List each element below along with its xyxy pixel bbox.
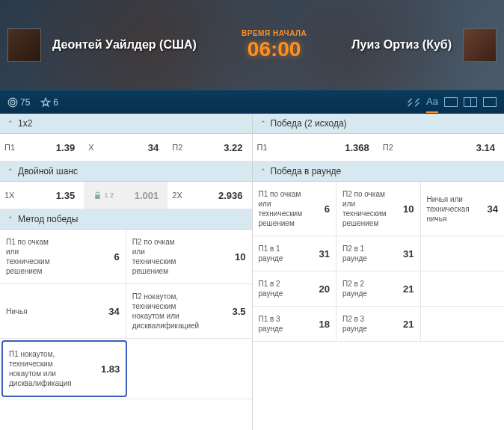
chevron-up-icon: ⌃: [260, 168, 266, 175]
outcome-cell[interactable]: П2 по очкам или техническим решением10: [336, 182, 421, 236]
outcome-label[interactable]: 1X: [0, 182, 40, 209]
outcome-label: П1 по очкам или техническим решением: [253, 182, 309, 236]
outcome-label: [129, 339, 190, 399]
section-title: Метод победы: [18, 214, 78, 224]
outcome-odd[interactable]: 2.936: [207, 182, 251, 209]
market-row: П1 по очкам или техническим решением6 П2…: [0, 230, 252, 284]
lock-icon: [93, 191, 102, 200]
outcome-label: П1 нокаутом, техническим нокаутом или ди…: [3, 342, 78, 396]
outcome-label: П1 в 1 раунде: [253, 236, 295, 271]
outcome-label: [421, 307, 463, 341]
outcome-odd[interactable]: 1.39: [40, 134, 84, 161]
outcome-label[interactable]: 2X: [168, 182, 207, 209]
target-icon: [7, 97, 18, 108]
outcome-label[interactable]: П1: [0, 134, 40, 161]
outcome-label: П2 в 3 раунде: [336, 307, 378, 341]
favorites-counter[interactable]: 6: [40, 97, 58, 108]
outcome-cell[interactable]: П1 в 2 раунде20: [253, 271, 337, 306]
outcome-label: П2 по очкам или техническим решением: [336, 182, 393, 236]
odds-row: 1X 1.35 1 2 1.001 2X 2.936: [0, 182, 252, 209]
chevron-up-icon: ⌃: [7, 168, 13, 175]
outcome-cell[interactable]: П2 по очкам или техническим решением10: [126, 230, 252, 283]
outcome-odd: 21: [378, 271, 420, 306]
outcome-odd: 10: [393, 182, 420, 236]
outcome-label: [421, 271, 463, 306]
layout-split[interactable]: [464, 97, 477, 107]
outcome-label: П1 по очкам или техническим решением: [0, 230, 63, 283]
lock-sup: 1 2: [104, 192, 114, 199]
locked-outcome: 1 2: [84, 182, 123, 209]
outcome-odd: 20: [294, 271, 336, 306]
outcome-cell-empty: [129, 339, 251, 399]
outcome-odd[interactable]: 1.368: [313, 134, 378, 161]
section-title: Победа (2 исхода): [271, 118, 347, 129]
layout-single[interactable]: [444, 97, 458, 107]
section-header-win2[interactable]: ⌃Победа (2 исхода): [253, 114, 505, 134]
outcome-label: Ничья: [0, 284, 63, 338]
outcome-cell[interactable]: Ничья34: [0, 284, 126, 338]
font-size-toggle[interactable]: Aa: [426, 91, 438, 113]
outcome-cell[interactable]: П1 по очкам или техническим решением6: [253, 182, 337, 236]
section-header-method[interactable]: ⌃Метод победы: [0, 209, 252, 230]
market-row: Ничья34 П2 нокаутом, техническим нокауто…: [0, 284, 252, 339]
outcome-label: П2 в 1 раунде: [336, 236, 378, 271]
outcome-label[interactable]: X: [84, 134, 123, 161]
outcome-odd: [190, 339, 251, 399]
section-title: Двойной шанс: [18, 166, 78, 176]
outcome-label: [421, 236, 463, 271]
outcome-cell[interactable]: П2 в 3 раунде21: [336, 307, 421, 341]
left-column: ⌃1x2 П1 1.39 X 34 П2 3.22 ⌃Двойной шанс …: [0, 114, 253, 430]
outcome-odd[interactable]: 34: [123, 134, 168, 161]
market-row: П1 нокаутом, техническим нокаутом или ди…: [0, 339, 252, 399]
outcome-odd: [462, 271, 504, 306]
outcome-cell-empty: [421, 236, 505, 271]
outcome-label[interactable]: П2: [378, 134, 439, 161]
chevron-up-icon: ⌃: [260, 120, 266, 127]
fighter-right: Луиз Ортиз (Куб): [351, 28, 497, 62]
outcome-cell-empty: [421, 271, 505, 306]
star-count: 6: [53, 97, 58, 108]
outcome-odd[interactable]: 1.35: [40, 182, 84, 209]
section-header-dc[interactable]: ⌃Двойной шанс: [0, 162, 252, 182]
outcome-odd: [462, 236, 504, 271]
layout-alt[interactable]: [483, 97, 497, 107]
chevron-up-icon: ⌃: [7, 120, 13, 127]
outcome-label[interactable]: П1: [253, 134, 313, 161]
outcome-odd[interactable]: 3.14: [439, 134, 504, 161]
outcome-label: П1 в 2 раунде: [253, 271, 295, 306]
outcome-cell[interactable]: Ничья или техническая ничья34: [421, 182, 505, 236]
outcome-label[interactable]: П2: [168, 134, 207, 161]
fighter-left: Деонтей Уайлдер (США): [7, 28, 197, 62]
fighter2-name: Луиз Ортиз (Куб): [351, 37, 452, 53]
outcome-odd: 6: [308, 182, 336, 236]
market-row: П1 по очкам или техническим решением6 П2…: [253, 182, 505, 236]
target-counter[interactable]: 75: [7, 97, 30, 108]
time-label: ВРЕМЯ НАЧАЛА: [242, 29, 307, 37]
target-count: 75: [20, 97, 30, 108]
fighter1-name: Деонтей Уайлдер (США): [52, 37, 197, 53]
outcome-cell[interactable]: П2 нокаутом, техническим нокаутом или ди…: [126, 284, 252, 338]
outcome-odd: 10: [189, 230, 252, 283]
outcome-cell[interactable]: П2 в 1 раунде31: [336, 236, 421, 271]
outcome-cell[interactable]: П2 в 2 раунде21: [336, 271, 421, 306]
odds-row: П1 1.368 П2 3.14: [253, 134, 505, 162]
outcome-cell-empty: [421, 307, 505, 341]
event-hero: Деонтей Уайлдер (США) ВРЕМЯ НАЧАЛА 06:00…: [0, 0, 504, 90]
expand-icon[interactable]: [407, 97, 420, 108]
start-timer: ВРЕМЯ НАЧАЛА 06:00: [242, 29, 307, 61]
outcome-cell[interactable]: П1 в 3 раунде18: [253, 307, 337, 341]
section-header-round[interactable]: ⌃Победа в раунде: [253, 162, 505, 182]
outcome-cell-selected[interactable]: П1 нокаутом, техническим нокаутом или ди…: [1, 340, 127, 397]
market-row: П1 в 1 раунде31 П2 в 1 раунде31: [253, 236, 505, 271]
time-value: 06:00: [242, 37, 307, 61]
section-header-1x2[interactable]: ⌃1x2: [0, 114, 252, 134]
section-title: Победа в раунде: [271, 166, 342, 176]
outcome-odd: [462, 307, 504, 341]
outcome-cell[interactable]: П1 по очкам или техническим решением6: [0, 230, 126, 283]
svg-point-2: [12, 102, 13, 103]
outcome-odd[interactable]: 3.22: [207, 134, 251, 161]
outcome-odd: 31: [378, 236, 420, 271]
outcome-odd: 6: [63, 230, 126, 283]
section-title: 1x2: [18, 118, 32, 129]
outcome-cell[interactable]: П1 в 1 раунде31: [253, 236, 337, 271]
